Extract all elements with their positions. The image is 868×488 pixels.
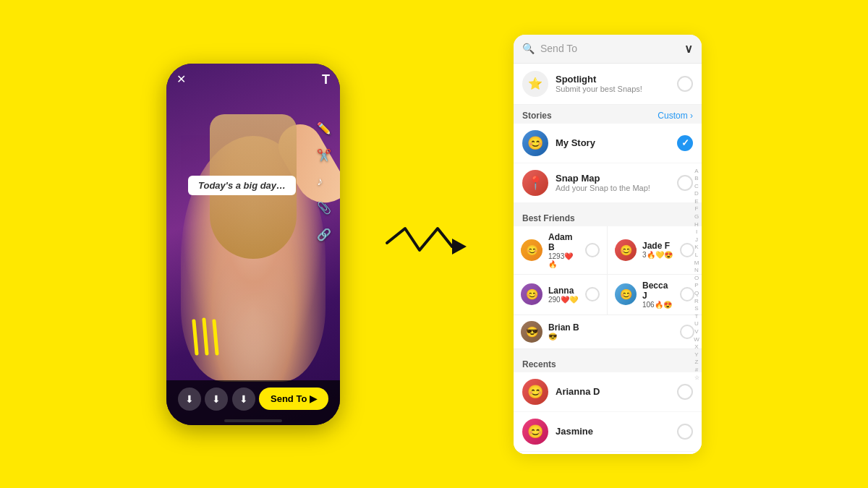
download-btn-3[interactable]: ⬇ xyxy=(232,388,255,411)
best-friends-header: Best Friends xyxy=(514,207,702,226)
alpha-g[interactable]: G xyxy=(694,213,699,221)
download-btn-1[interactable]: ⬇ xyxy=(178,388,201,411)
alpha-u[interactable]: U xyxy=(694,320,699,328)
alpha-q[interactable]: Q xyxy=(694,290,699,297)
bf-jade-text: Jade F 3🔥💛😍 xyxy=(642,241,673,259)
recent-jasmine-name: Jasmine xyxy=(556,426,670,437)
send-to-button[interactable]: Send To ▶ xyxy=(259,388,328,410)
my-story-radio[interactable]: ✓ xyxy=(677,135,693,151)
alpha-j[interactable]: J xyxy=(695,236,698,244)
my-story-avatar: 😊 xyxy=(522,130,548,156)
chevron-down-icon[interactable]: ∨ xyxy=(684,42,693,56)
alpha-x[interactable]: X xyxy=(694,343,698,351)
alpha-i[interactable]: I xyxy=(696,228,697,236)
recent-jasmine-radio[interactable] xyxy=(677,424,693,440)
bf-brian-row[interactable]: 😎 Brian B 😎 xyxy=(514,315,702,349)
bf-adam-sub: 1293❤️🔥 xyxy=(548,252,579,268)
music-icon[interactable]: ♪ xyxy=(317,175,331,188)
stories-label: Stories xyxy=(522,111,552,121)
alpha-s[interactable]: S xyxy=(694,305,698,312)
bf-adam-name: Adam B xyxy=(548,232,579,252)
bf-lanna-radio[interactable] xyxy=(585,287,600,301)
zigzag-arrow xyxy=(383,214,470,275)
download-btn-2[interactable]: ⬇ xyxy=(205,388,228,411)
bf-brian-sub: 😎 xyxy=(548,333,579,341)
panel-body: ⭐ Spotlight Submit your best Snaps! Stor… xyxy=(514,64,702,454)
alpha-hash[interactable]: # xyxy=(695,367,698,374)
panel-search-bar[interactable]: 🔍 Send To ∨ xyxy=(514,35,702,64)
my-story-text: My Story xyxy=(556,137,670,148)
bf-becca-sub: 106🔥😍 xyxy=(642,301,674,309)
bf-lanna[interactable]: 😊 Lanna 290❤️💛 xyxy=(514,275,608,315)
alpha-w[interactable]: W xyxy=(694,336,699,343)
alphabet-sidebar: A B C D E F G H I J K L M N O P Q R S T … xyxy=(692,165,702,454)
spotlight-row[interactable]: ⭐ Spotlight Submit your best Snaps! xyxy=(514,64,702,105)
bf-brian-avatar: 😎 xyxy=(521,321,542,343)
best-friends-section: 😊 Adam B 1293❤️🔥 😊 Jade F 3🔥💛😍 xyxy=(514,226,702,349)
send-to-panel: 🔍 Send To ∨ ⭐ Spotlight Submit your best… xyxy=(514,35,702,454)
pencil-icon[interactable]: ✏️ xyxy=(317,121,331,135)
recent-arianna-name: Arianna D xyxy=(556,386,670,397)
bf-adam[interactable]: 😊 Adam B 1293❤️🔥 xyxy=(514,226,608,275)
alpha-d[interactable]: D xyxy=(694,190,699,197)
text-icon[interactable]: T xyxy=(322,72,330,87)
alpha-b[interactable]: B xyxy=(694,175,698,182)
bf-adam-avatar: 😊 xyxy=(521,239,542,261)
alpha-e[interactable]: E xyxy=(694,198,698,205)
recent-arianna-radio[interactable] xyxy=(677,384,693,400)
phone-bottombar: ⬇ ⬇ ⬇ Send To ▶ xyxy=(166,380,340,425)
phone-screen: ✕ T ✏️ ✂️ ♪ 📎 🔗 Today's a big day… xyxy=(166,64,340,425)
my-story-name: My Story xyxy=(556,137,670,148)
scissors-icon[interactable]: ✂️ xyxy=(317,148,331,162)
snap-map-name: Snap Map xyxy=(556,173,670,184)
alpha-f[interactable]: F xyxy=(695,205,699,213)
bf-lanna-sub: 290❤️💛 xyxy=(548,296,578,304)
recent-jasmine[interactable]: 😊 Jasmine xyxy=(514,412,702,452)
alpha-z[interactable]: Z xyxy=(695,359,699,366)
stories-section: 😊 My Story ✓ 📍 Snap Map Add your Snap to… xyxy=(514,124,702,203)
snap-map-radio[interactable] xyxy=(677,175,693,191)
close-icon[interactable]: ✕ xyxy=(176,72,186,87)
bf-jade-avatar: 😊 xyxy=(615,239,637,261)
recent-arianna-avatar: 😊 xyxy=(522,379,548,405)
recent-jonah[interactable]: 😊 Jonah S xyxy=(514,452,702,454)
alpha-l[interactable]: L xyxy=(695,252,698,259)
svg-line-2 xyxy=(214,321,217,354)
paperclip-icon[interactable]: 📎 xyxy=(317,201,331,215)
alpha-r[interactable]: R xyxy=(694,298,699,305)
bf-adam-radio[interactable] xyxy=(585,243,600,257)
recent-arianna[interactable]: 😊 Arianna D xyxy=(514,372,702,412)
snap-map-row[interactable]: 📍 Snap Map Add your Snap to the Map! xyxy=(514,163,702,203)
alpha-h[interactable]: H xyxy=(694,221,699,228)
alpha-p[interactable]: P xyxy=(694,282,698,289)
link-icon[interactable]: 🔗 xyxy=(317,228,331,241)
alpha-o[interactable]: O xyxy=(694,275,699,282)
spotlight-icon: ⭐ xyxy=(522,71,548,97)
bf-becca[interactable]: 😊 Becca J 106🔥😍 xyxy=(608,275,702,315)
send-to-label: Send To ▶ xyxy=(271,393,317,404)
bf-brian-text: Brian B 😎 xyxy=(548,322,579,341)
spotlight-radio[interactable] xyxy=(677,76,693,92)
svg-marker-3 xyxy=(452,239,467,254)
svg-line-0 xyxy=(194,321,197,354)
search-input[interactable]: Send To xyxy=(540,43,678,54)
alpha-n[interactable]: N xyxy=(694,267,699,274)
spotlight-subtitle: Submit your best Snaps! xyxy=(556,85,670,93)
alpha-m[interactable]: M xyxy=(694,260,699,267)
alpha-v[interactable]: V xyxy=(694,328,698,335)
my-story-row[interactable]: 😊 My Story ✓ xyxy=(514,124,702,163)
recent-jasmine-avatar: 😊 xyxy=(522,419,548,445)
alpha-a[interactable]: A xyxy=(694,168,698,175)
alpha-k[interactable]: K xyxy=(694,244,698,251)
bf-lanna-name: Lanna xyxy=(548,286,578,296)
spotlight-text: Spotlight Submit your best Snaps! xyxy=(556,74,670,93)
alpha-star[interactable]: ☆ xyxy=(694,374,699,382)
alpha-c[interactable]: C xyxy=(694,183,699,190)
recents-header: Recents xyxy=(514,354,702,372)
alpha-t[interactable]: T xyxy=(695,313,699,320)
snap-map-avatar: 📍 xyxy=(522,170,548,196)
bf-jade[interactable]: 😊 Jade F 3🔥💛😍 xyxy=(608,226,702,275)
bf-jade-name: Jade F xyxy=(642,241,673,251)
custom-action[interactable]: Custom › xyxy=(658,111,693,121)
alpha-y[interactable]: Y xyxy=(694,351,698,359)
